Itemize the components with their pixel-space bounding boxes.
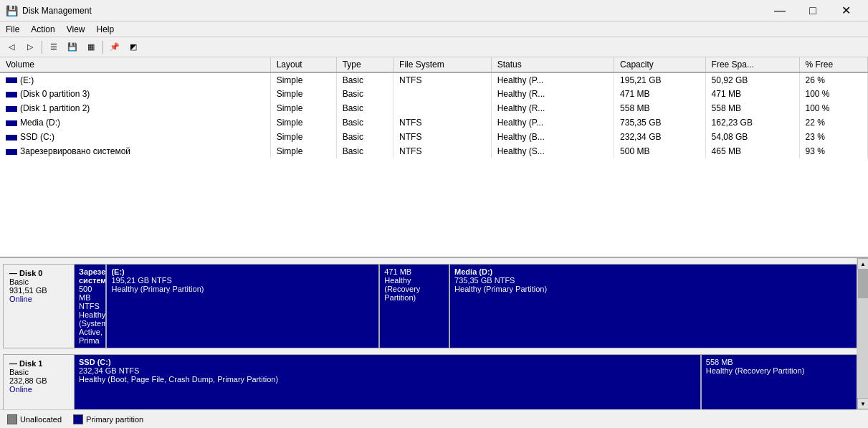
legend-box-unallocated bbox=[7, 414, 17, 424]
cell-type: Basic bbox=[336, 144, 393, 158]
table-row[interactable]: (Disk 1 partition 2) Simple Basic Health… bbox=[0, 101, 868, 115]
toolbar-forward[interactable]: ▷ bbox=[22, 39, 39, 55]
legend-label-primary: Primary partition bbox=[86, 415, 143, 424]
cell-layout: Simple bbox=[270, 101, 336, 115]
toolbar-pin[interactable]: 📌 bbox=[106, 39, 123, 55]
cell-capacity: 232,34 GB bbox=[614, 130, 705, 144]
cell-free: 50,92 GB bbox=[705, 72, 799, 87]
partition-name: (E:) bbox=[111, 267, 374, 276]
table-row[interactable]: SSD (C:) Simple Basic NTFS Healthy (B...… bbox=[0, 130, 868, 144]
volume-icon bbox=[6, 120, 17, 126]
cell-status: Healthy (P... bbox=[491, 72, 614, 87]
toolbar-list[interactable]: ☰ bbox=[45, 39, 62, 55]
title-bar: 💾 Disk Management — □ ✕ bbox=[0, 0, 868, 22]
cell-pct: 93 % bbox=[799, 144, 868, 158]
col-type[interactable]: Type bbox=[336, 57, 393, 72]
partition-status: Healthy (Primary Partition) bbox=[111, 285, 374, 293]
window-title: Disk Management bbox=[22, 6, 763, 16]
cell-pct: 26 % bbox=[799, 72, 868, 87]
menu-action[interactable]: Action bbox=[25, 22, 60, 37]
toolbar-sep-2 bbox=[102, 41, 103, 54]
table-row[interactable]: (Disk 0 partition 3) Simple Basic Health… bbox=[0, 87, 868, 101]
col-pct[interactable]: % Free bbox=[799, 57, 868, 72]
table-row[interactable]: Зарезервировано системой Simple Basic NT… bbox=[0, 144, 868, 158]
menu-help[interactable]: Help bbox=[91, 22, 120, 37]
volume-icon bbox=[6, 135, 17, 141]
toolbar-sep-1 bbox=[42, 41, 42, 54]
cell-volume: Media (D:) bbox=[0, 115, 270, 130]
cell-filesystem: NTFS bbox=[394, 115, 492, 130]
title-bar-controls: — □ ✕ bbox=[763, 0, 862, 22]
volume-icon bbox=[6, 92, 17, 98]
cell-status: Healthy (R... bbox=[491, 101, 614, 115]
right-scrollbar: ▲ ▼ bbox=[857, 258, 868, 409]
disk-status: Online bbox=[9, 385, 68, 394]
toolbar-split[interactable]: ◩ bbox=[125, 39, 142, 55]
partition-size: 195,21 GB NTFS bbox=[111, 276, 374, 285]
minimize-button[interactable]: — bbox=[763, 0, 796, 22]
partition-status: Healthy (Boot, Page File, Crash Dump, Pr… bbox=[79, 375, 696, 384]
disk-label: — Disk 0 Basic 931,51 GB Online bbox=[3, 264, 75, 348]
col-capacity[interactable]: Capacity bbox=[614, 57, 705, 72]
disk-row: — Disk 1 Basic 232,88 GB Online SSD (C:)… bbox=[3, 354, 865, 412]
cell-free: 54,08 GB bbox=[705, 130, 799, 144]
toolbar-back[interactable]: ◁ bbox=[3, 39, 20, 55]
cell-free: 162,23 GB bbox=[705, 115, 799, 130]
cell-capacity: 558 MB bbox=[614, 101, 705, 115]
partition-size: 735,35 GB NTFS bbox=[454, 276, 860, 285]
cell-free: 465 MB bbox=[705, 144, 799, 158]
cell-layout: Simple bbox=[270, 130, 336, 144]
main-content: Volume Layout Type File System Status Ca… bbox=[0, 57, 868, 428]
col-status[interactable]: Status bbox=[491, 57, 614, 72]
table-row[interactable]: Media (D:) Simple Basic NTFS Healthy (P.… bbox=[0, 115, 868, 130]
disk-status: Online bbox=[9, 295, 68, 303]
disk-type: Basic bbox=[9, 368, 68, 376]
close-button[interactable]: ✕ bbox=[829, 0, 862, 22]
partition-status: Healthy (Primary Partition) bbox=[454, 285, 860, 293]
partition[interactable]: Media (D:) 735,35 GB NTFS Healthy (Prima… bbox=[450, 265, 864, 348]
cell-volume: (Disk 1 partition 2) bbox=[0, 101, 270, 115]
cell-filesystem bbox=[394, 87, 492, 101]
partition-name: Media (D:) bbox=[454, 267, 860, 276]
disk-name: — Disk 1 bbox=[9, 359, 68, 368]
scroll-up-btn[interactable]: ▲ bbox=[857, 258, 868, 270]
menu-file[interactable]: File bbox=[0, 22, 25, 37]
toolbar-save[interactable]: 💾 bbox=[64, 39, 81, 55]
disk-size: 232,88 GB bbox=[9, 376, 68, 385]
menu-bar: File Action View Help bbox=[0, 22, 868, 37]
col-free[interactable]: Free Spa... bbox=[705, 57, 799, 72]
col-layout[interactable]: Layout bbox=[270, 57, 336, 72]
cell-filesystem: NTFS bbox=[394, 130, 492, 144]
cell-status: Healthy (B... bbox=[491, 130, 614, 144]
maximize-button[interactable]: □ bbox=[796, 0, 829, 22]
cell-type: Basic bbox=[336, 72, 393, 87]
cell-pct: 100 % bbox=[799, 101, 868, 115]
scroll-thumb[interactable] bbox=[858, 270, 868, 298]
partition[interactable]: Зарезервировано системой 500 MB NTFS Hea… bbox=[75, 265, 107, 348]
partition[interactable]: SSD (C:) 232,34 GB NTFS Healthy (Boot, P… bbox=[75, 355, 702, 411]
partition-size: 500 MB NTFS bbox=[79, 285, 101, 310]
toolbar-properties[interactable]: ▦ bbox=[82, 39, 100, 55]
partition-status: Healthy (Recovery Partition) bbox=[384, 276, 444, 302]
scroll-down-btn[interactable]: ▼ bbox=[857, 398, 868, 409]
cell-type: Basic bbox=[336, 87, 393, 101]
col-volume[interactable]: Volume bbox=[0, 57, 270, 72]
table-row[interactable]: (E:) Simple Basic NTFS Healthy (P... 195… bbox=[0, 72, 868, 87]
cell-filesystem: NTFS bbox=[394, 144, 492, 158]
cell-layout: Simple bbox=[270, 115, 336, 130]
cell-status: Healthy (R... bbox=[491, 87, 614, 101]
col-filesystem[interactable]: File System bbox=[394, 57, 492, 72]
cell-pct: 23 % bbox=[799, 130, 868, 144]
cell-free: 471 MB bbox=[705, 87, 799, 101]
partition[interactable]: (E:) 195,21 GB NTFS Healthy (Primary Par… bbox=[107, 265, 380, 348]
menu-view[interactable]: View bbox=[61, 22, 91, 37]
cell-capacity: 500 MB bbox=[614, 144, 705, 158]
partition[interactable]: 558 MB Healthy (Recovery Partition) bbox=[702, 355, 864, 411]
partition[interactable]: 471 MB Healthy (Recovery Partition) bbox=[380, 265, 450, 348]
cell-type: Basic bbox=[336, 101, 393, 115]
disk-row: — Disk 0 Basic 931,51 GB Online Зарезерв… bbox=[3, 264, 865, 348]
cell-status: Healthy (S... bbox=[491, 144, 614, 158]
volume-icon bbox=[6, 77, 17, 83]
legend-label-unallocated: Unallocated bbox=[20, 415, 62, 424]
legend-primary: Primary partition bbox=[73, 414, 143, 424]
